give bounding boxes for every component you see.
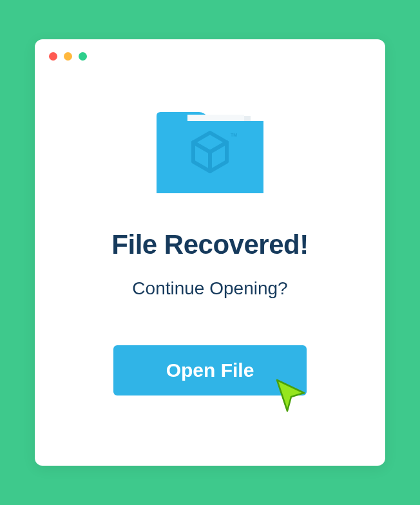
cursor-icon [273, 377, 312, 416]
dialog-subheading: Continue Opening? [132, 278, 287, 299]
maximize-window-button[interactable] [79, 52, 87, 61]
dialog-window: TM File Recovered! Continue Opening? Ope… [35, 39, 385, 466]
dialog-heading: File Recovered! [111, 229, 308, 260]
open-file-button-label: Open File [166, 359, 254, 381]
open-file-button[interactable]: Open File [113, 345, 307, 395]
svg-text:TM: TM [231, 133, 237, 137]
window-controls [35, 39, 385, 73]
dialog-content: TM File Recovered! Continue Opening? Ope… [35, 73, 385, 395]
folder-icon: TM [157, 112, 263, 193]
svg-rect-1 [187, 115, 244, 121]
close-window-button[interactable] [49, 52, 57, 61]
minimize-window-button[interactable] [64, 52, 72, 61]
